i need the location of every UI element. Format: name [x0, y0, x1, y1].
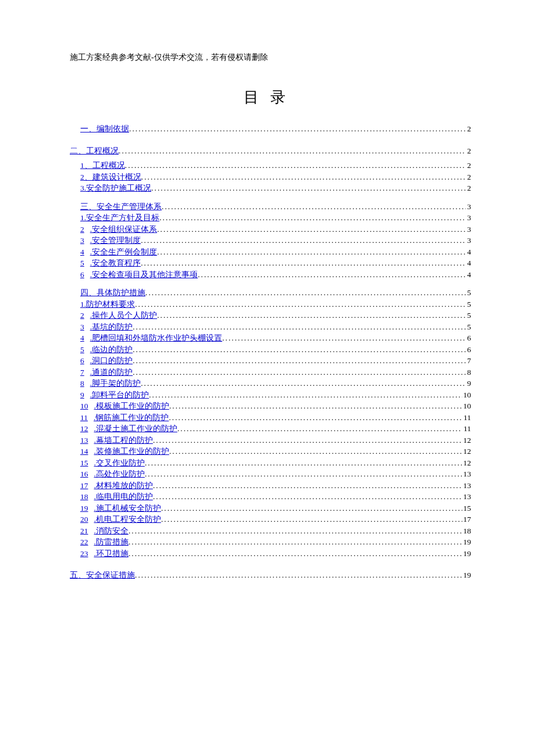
toc-leader-dots [157, 225, 466, 234]
toc-entry-number[interactable]: 6 [80, 357, 84, 365]
toc-entry-number[interactable]: 12 [80, 425, 88, 433]
toc-entry: 4.肥槽回填和外墙防水作业护头棚设置6 [70, 334, 471, 342]
toc-leader-dots [169, 414, 462, 422]
toc-entry-link[interactable]: .洞口的防护 [90, 357, 133, 365]
toc-entry-number[interactable]: 15 [80, 459, 88, 467]
toc-entry-number[interactable]: 4 [80, 248, 84, 256]
toc-entry-link[interactable]: .操作人员个人防护 [90, 311, 157, 320]
toc-entry-link[interactable]: .机电工程安全防护 [94, 515, 161, 524]
toc-entry: 二、工程概况2 [70, 147, 471, 155]
toc-entry: 12.混凝土施工作业的防护11 [70, 425, 471, 433]
toc-leader-dots [222, 334, 466, 342]
toc-leader-dots [145, 289, 466, 297]
toc-entry-link[interactable]: 1.安全生产方针及目标 [80, 214, 159, 222]
toc-entry-link[interactable]: 二、工程概况 [70, 147, 119, 155]
toc-entry-number[interactable]: 19 [80, 504, 88, 513]
toc-leader-dots [177, 425, 462, 433]
toc-entry-link[interactable]: .钢筋施工作业的防护 [94, 414, 169, 422]
toc-page-number: 12 [462, 459, 472, 467]
toc-entry-link[interactable]: .通道的防护 [90, 368, 133, 377]
toc-entry-link[interactable]: 2、建筑设计概况 [80, 173, 141, 181]
toc-entry-number[interactable]: 7 [80, 368, 84, 377]
toc-entry-link[interactable]: .幕墙工程的防护 [94, 436, 153, 445]
toc-entry-link[interactable]: .装修施工作业的防护 [94, 447, 169, 456]
toc-entry-number[interactable]: 22 [80, 538, 88, 546]
toc-entry-number[interactable]: 14 [80, 447, 88, 456]
toc-page-number: 6 [466, 346, 471, 354]
toc-entry: 9.卸料平台的防护10 [70, 391, 471, 399]
toc-entry-number[interactable]: 2 [80, 225, 84, 234]
toc-entry-link[interactable]: .安全生产例会制度 [90, 248, 157, 256]
toc-entry-number[interactable]: 4 [80, 334, 84, 342]
toc-entry-number[interactable]: 11 [80, 414, 88, 422]
toc-page-number: 10 [462, 402, 472, 410]
toc-entry-link[interactable]: .高处作业防护 [94, 470, 145, 478]
toc-leader-dots [169, 402, 462, 410]
toc-entry-link[interactable]: .防雷措施 [94, 538, 129, 546]
toc-entry: 20.机电工程安全防护17 [70, 515, 471, 524]
toc-leader-dots [159, 214, 466, 222]
toc-page-number: 4 [466, 248, 471, 256]
toc-entry: 7.通道的防护8 [70, 368, 471, 377]
toc-entry-link[interactable]: .安全组织保证体系 [90, 225, 157, 234]
toc-entry-number[interactable]: 3 [80, 323, 84, 331]
toc-entry-number[interactable]: 5 [80, 259, 84, 267]
toc-entry-link[interactable]: .混凝土施工作业的防护 [94, 425, 177, 433]
toc-entry-number[interactable]: 8 [80, 379, 84, 388]
toc-entry-link[interactable]: .临边的防护 [90, 346, 133, 354]
toc-entry-link[interactable]: .材料堆放的防护 [94, 482, 153, 490]
toc-entry: 5.安全教育程序4 [70, 259, 471, 267]
toc-entry-number[interactable]: 2 [80, 311, 84, 320]
toc-entry: 1.安全生产方针及目标3 [70, 214, 471, 222]
toc-entry-link[interactable]: .肥槽回填和外墙防水作业护头棚设置 [90, 334, 222, 342]
toc-leader-dots [129, 125, 466, 133]
toc-leader-dots [133, 323, 466, 331]
toc-entry-number[interactable]: 23 [80, 550, 88, 558]
toc-entry-link[interactable]: .卸料平台的防护 [90, 391, 149, 399]
toc-entry-link[interactable]: .临电用电的防护 [94, 493, 153, 501]
toc-entry-link[interactable]: 三、安全生产管理体系 [80, 203, 162, 211]
toc-entry-link[interactable]: .基坑的防护 [90, 323, 133, 331]
toc-entry-link[interactable]: .脚手架的防护 [90, 379, 141, 388]
toc-entry-number[interactable]: 9 [80, 391, 84, 399]
toc-entry-number[interactable]: 18 [80, 493, 88, 501]
toc-entry-link[interactable]: .安全教育程序 [90, 259, 141, 267]
toc-entry-number[interactable]: 20 [80, 515, 88, 524]
toc-entry-link[interactable]: .安全检查项目及其他注意事项 [90, 271, 198, 279]
toc-entry-link[interactable]: .消防安全 [94, 527, 129, 535]
toc-entry-link[interactable]: 1、工程概况 [80, 162, 125, 170]
toc-leader-dots [141, 173, 466, 181]
toc-entry-link[interactable]: 一、编制依据 [80, 125, 129, 133]
toc-entry-number[interactable]: 17 [80, 482, 88, 490]
toc-entry-number[interactable]: 16 [80, 470, 88, 478]
toc-entry-number[interactable]: 3 [80, 237, 84, 245]
toc-entry-link[interactable]: 四、具体防护措施 [80, 289, 145, 297]
toc-entry: 3.安全管理制度3 [70, 237, 471, 245]
toc-page-number: 9 [466, 379, 471, 388]
toc-entry-number[interactable]: 10 [80, 402, 88, 410]
toc-entry-number[interactable]: 13 [80, 436, 88, 445]
toc-leader-dots [157, 311, 466, 320]
toc-entry-link[interactable]: .交叉作业防护 [94, 459, 145, 467]
toc-leader-dots [129, 538, 462, 546]
toc-entry-link[interactable]: .安全管理制度 [90, 237, 141, 245]
toc-entry-number[interactable]: 21 [80, 527, 88, 535]
toc-leader-dots [161, 504, 462, 513]
toc-entry-link[interactable]: .环卫措施 [94, 550, 129, 558]
toc-entry-link[interactable]: .施工机械安全防护 [94, 504, 161, 513]
toc-entry: 23.环卫措施19 [70, 550, 471, 558]
toc-entry: 2、建筑设计概况2 [70, 173, 471, 181]
toc-entry-link[interactable]: .模板施工作业的防护 [94, 402, 169, 410]
toc-entry-number[interactable]: 5 [80, 346, 84, 354]
toc-entry: 6.安全检查项目及其他注意事项4 [70, 271, 471, 279]
toc-leader-dots [141, 379, 466, 388]
toc-entry-number[interactable]: 6 [80, 271, 84, 279]
toc-page-number: 15 [462, 504, 472, 513]
toc-entry: 11.钢筋施工作业的防护11 [70, 414, 471, 422]
toc-entry: 8.脚手架的防护9 [70, 379, 471, 388]
toc-page-number: 10 [462, 391, 472, 399]
toc-entry-link[interactable]: 五、安全保证措施 [70, 571, 135, 579]
toc-entry-link[interactable]: 3.安全防护施工概况 [80, 184, 151, 192]
toc-leader-dots [161, 515, 462, 524]
toc-entry-link[interactable]: 1.防护材料要求 [80, 300, 135, 309]
